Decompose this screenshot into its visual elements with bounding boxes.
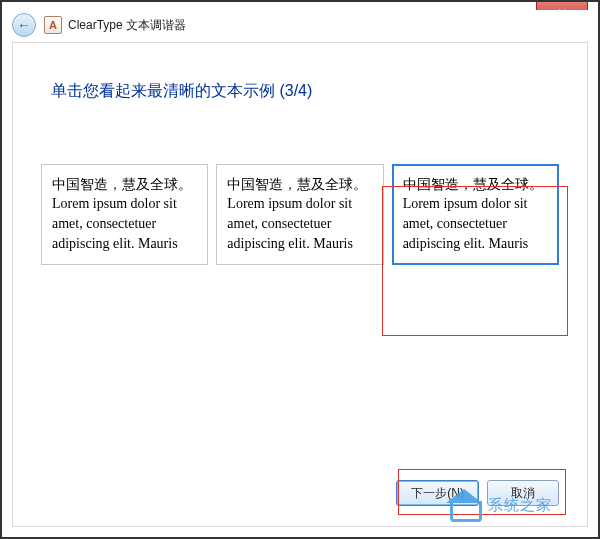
sample-cn-text: 中国智造，慧及全球。 [403,176,543,192]
cancel-button[interactable]: 取消 [487,480,559,506]
sample-en-text: Lorem ipsum dolor sit amet, consectetuer… [52,196,178,251]
app-icon-letter: A [49,19,57,31]
next-button[interactable]: 下一步(N) [396,480,479,506]
back-button[interactable]: ← [12,13,36,37]
sample-row: 中国智造，慧及全球。 Lorem ipsum dolor sit amet, c… [41,164,559,265]
wizard-buttons: 下一步(N) 取消 [396,480,559,506]
text-sample-3[interactable]: 中国智造，慧及全球。 Lorem ipsum dolor sit amet, c… [392,164,559,265]
title-bar: ← A ClearType 文本调谐器 [12,10,588,40]
text-sample-1[interactable]: 中国智造，慧及全球。 Lorem ipsum dolor sit amet, c… [41,164,208,265]
text-sample-2[interactable]: 中国智造，慧及全球。 Lorem ipsum dolor sit amet, c… [216,164,383,265]
page-heading: 单击您看起来最清晰的文本示例 (3/4) [51,81,587,102]
app-icon: A [44,16,62,34]
window-title: ClearType 文本调谐器 [68,17,186,34]
sample-en-text: Lorem ipsum dolor sit amet, consectetuer… [227,196,353,251]
back-arrow-icon: ← [17,17,31,33]
sample-cn-text: 中国智造，慧及全球。 [227,176,367,192]
sample-en-text: Lorem ipsum dolor sit amet, consectetuer… [403,196,529,251]
client-area: 单击您看起来最清晰的文本示例 (3/4) 中国智造，慧及全球。 Lorem ip… [12,42,588,527]
sample-cn-text: 中国智造，慧及全球。 [52,176,192,192]
